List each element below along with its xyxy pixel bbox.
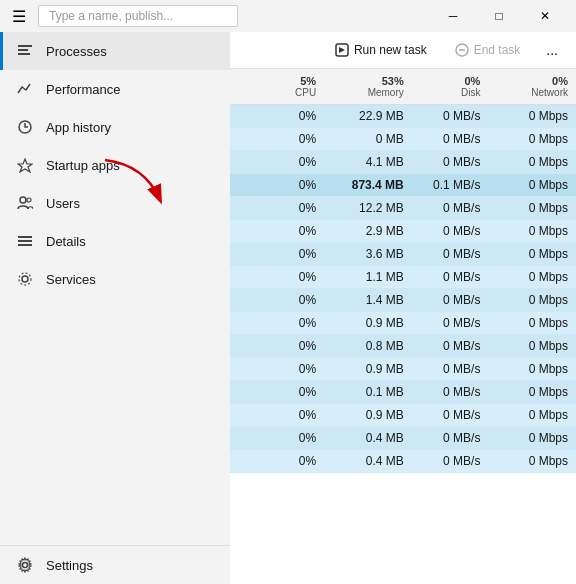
row-disk-cell: 0 MB/s	[412, 404, 489, 427]
row-network-cell: 0 Mbps	[488, 128, 576, 151]
sidebar-label-app-history: App history	[46, 120, 111, 135]
row-memory-cell: 12.2 MB	[324, 197, 412, 220]
row-disk-cell: 0 MB/s	[412, 427, 489, 450]
row-network-cell: 0 Mbps	[488, 312, 576, 335]
table-container: 5% CPU 53% Memory 0% Disk 0%	[230, 69, 576, 584]
run-new-task-button[interactable]: Run new task	[325, 39, 437, 61]
table-row[interactable]: 0%0.9 MB0 MB/s0 Mbps	[230, 358, 576, 381]
table-row[interactable]: 0%4.1 MB0 MB/s0 Mbps	[230, 151, 576, 174]
svg-rect-8	[18, 244, 32, 246]
row-cpu-cell: 0%	[248, 128, 325, 151]
row-name-cell	[230, 427, 248, 450]
row-name-cell	[230, 450, 248, 473]
svg-point-10	[19, 273, 31, 285]
row-cpu-cell: 0%	[248, 243, 325, 266]
row-memory-cell: 1.1 MB	[324, 266, 412, 289]
col-header-disk[interactable]: 0% Disk	[412, 69, 489, 105]
row-disk-cell: 0 MB/s	[412, 289, 489, 312]
minimize-button[interactable]: ─	[430, 0, 476, 32]
details-icon	[16, 232, 34, 250]
table-row[interactable]: 0%873.4 MB0.1 MB/s0 Mbps	[230, 174, 576, 197]
row-cpu-cell: 0%	[248, 266, 325, 289]
row-cpu-cell: 0%	[248, 427, 325, 450]
main-content: Processes Performance App history Startu…	[0, 32, 576, 584]
row-memory-cell: 0.9 MB	[324, 404, 412, 427]
sidebar-item-app-history[interactable]: App history	[0, 108, 230, 146]
end-task-icon	[455, 43, 469, 57]
row-name-cell	[230, 151, 248, 174]
titlebar: ☰ Type a name, publish... ─ □ ✕	[0, 0, 576, 32]
more-button[interactable]: ...	[538, 38, 566, 62]
row-memory-cell: 0.1 MB	[324, 381, 412, 404]
processes-icon	[16, 42, 34, 60]
table-row[interactable]: 0%0.1 MB0 MB/s0 Mbps	[230, 381, 576, 404]
row-cpu-cell: 0%	[248, 197, 325, 220]
table-row[interactable]: 0%0.4 MB0 MB/s0 Mbps	[230, 427, 576, 450]
table-row[interactable]: 0%2.9 MB0 MB/s0 Mbps	[230, 220, 576, 243]
svg-point-5	[27, 198, 31, 202]
row-network-cell: 0 Mbps	[488, 404, 576, 427]
col-header-cpu[interactable]: 5% CPU	[248, 69, 325, 105]
sidebar-item-users[interactable]: Users	[0, 184, 230, 222]
end-task-button[interactable]: End task	[445, 39, 531, 61]
row-disk-cell: 0 MB/s	[412, 335, 489, 358]
sidebar-item-settings[interactable]: Settings	[0, 546, 230, 584]
table-row[interactable]: 0%0 MB0 MB/s0 Mbps	[230, 128, 576, 151]
table-row[interactable]: 0%12.2 MB0 MB/s0 Mbps	[230, 197, 576, 220]
row-disk-cell: 0.1 MB/s	[412, 174, 489, 197]
row-network-cell: 0 Mbps	[488, 105, 576, 128]
table-row[interactable]: 0%3.6 MB0 MB/s0 Mbps	[230, 243, 576, 266]
row-name-cell	[230, 197, 248, 220]
sidebar-item-services[interactable]: Services	[0, 260, 230, 298]
row-cpu-cell: 0%	[248, 105, 325, 128]
close-button[interactable]: ✕	[522, 0, 568, 32]
sidebar-item-startup-apps[interactable]: Startup apps	[0, 146, 230, 184]
row-memory-cell: 0.9 MB	[324, 312, 412, 335]
row-name-cell	[230, 243, 248, 266]
row-name-cell	[230, 289, 248, 312]
sidebar: Processes Performance App history Startu…	[0, 32, 230, 584]
app-history-icon	[16, 118, 34, 136]
row-name-cell	[230, 128, 248, 151]
row-name-cell	[230, 220, 248, 243]
row-cpu-cell: 0%	[248, 335, 325, 358]
row-network-cell: 0 Mbps	[488, 243, 576, 266]
services-icon	[16, 270, 34, 288]
table-body: 0%22.9 MB0 MB/s0 Mbps0%0 MB0 MB/s0 Mbps0…	[230, 105, 576, 473]
search-input[interactable]: Type a name, publish...	[38, 5, 238, 27]
col-header-memory[interactable]: 53% Memory	[324, 69, 412, 105]
row-cpu-cell: 0%	[248, 151, 325, 174]
row-disk-cell: 0 MB/s	[412, 128, 489, 151]
row-memory-cell: 1.4 MB	[324, 289, 412, 312]
row-network-cell: 0 Mbps	[488, 450, 576, 473]
row-disk-cell: 0 MB/s	[412, 105, 489, 128]
row-name-cell	[230, 266, 248, 289]
sidebar-item-processes[interactable]: Processes	[0, 32, 230, 70]
row-memory-cell: 873.4 MB	[324, 174, 412, 197]
svg-point-11	[23, 563, 28, 568]
col-header-name[interactable]	[230, 69, 248, 105]
svg-rect-7	[18, 240, 32, 242]
table-row[interactable]: 0%1.1 MB0 MB/s0 Mbps	[230, 266, 576, 289]
row-memory-cell: 2.9 MB	[324, 220, 412, 243]
table-row[interactable]: 0%0.9 MB0 MB/s0 Mbps	[230, 404, 576, 427]
processes-table: 5% CPU 53% Memory 0% Disk 0%	[230, 69, 576, 473]
sidebar-item-details[interactable]: Details	[0, 222, 230, 260]
table-row[interactable]: 0%0.8 MB0 MB/s0 Mbps	[230, 335, 576, 358]
hamburger-icon[interactable]: ☰	[8, 3, 30, 30]
row-network-cell: 0 Mbps	[488, 266, 576, 289]
row-cpu-cell: 0%	[248, 289, 325, 312]
row-name-cell	[230, 174, 248, 197]
row-disk-cell: 0 MB/s	[412, 381, 489, 404]
table-row[interactable]: 0%0.4 MB0 MB/s0 Mbps	[230, 450, 576, 473]
col-header-network[interactable]: 0% Network	[488, 69, 576, 105]
table-row[interactable]: 0%0.9 MB0 MB/s0 Mbps	[230, 312, 576, 335]
row-disk-cell: 0 MB/s	[412, 197, 489, 220]
maximize-button[interactable]: □	[476, 0, 522, 32]
row-network-cell: 0 Mbps	[488, 289, 576, 312]
row-disk-cell: 0 MB/s	[412, 220, 489, 243]
table-header-row: 5% CPU 53% Memory 0% Disk 0%	[230, 69, 576, 105]
sidebar-item-performance[interactable]: Performance	[0, 70, 230, 108]
table-row[interactable]: 0%1.4 MB0 MB/s0 Mbps	[230, 289, 576, 312]
table-row[interactable]: 0%22.9 MB0 MB/s0 Mbps	[230, 105, 576, 128]
